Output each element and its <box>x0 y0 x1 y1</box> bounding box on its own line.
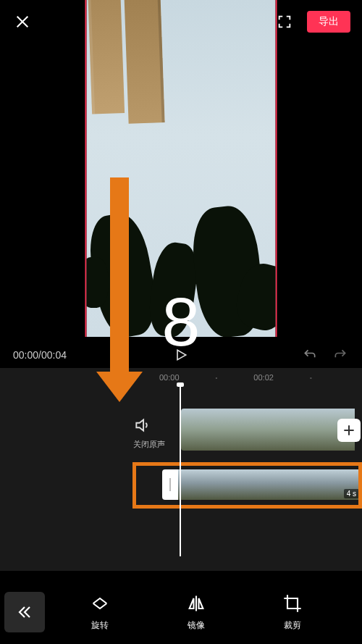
plus-icon <box>342 423 356 438</box>
undo-button[interactable] <box>301 348 319 362</box>
close-icon <box>14 14 30 30</box>
playhead[interactable] <box>180 384 181 556</box>
ruler-tick: 00:02 <box>253 373 274 382</box>
crop-icon <box>282 593 303 614</box>
close-button[interactable] <box>12 11 33 33</box>
ruler-dot: • <box>216 375 218 381</box>
fullscreen-icon <box>277 14 292 30</box>
preview-overlay-number: 8 <box>162 283 201 361</box>
rotate-tool[interactable]: 旋转 <box>90 593 110 632</box>
chevrons-left-icon <box>16 603 33 621</box>
crop-tool[interactable]: 裁剪 <box>282 593 303 632</box>
mirror-icon <box>186 593 206 614</box>
bottom-toolbar: 旋转 镜像 裁剪 <box>0 580 362 644</box>
mute-original-audio-button[interactable]: 关闭原声 <box>133 416 165 450</box>
ruler-tick: 00:00 <box>159 373 180 382</box>
top-header: 导出 <box>0 0 362 43</box>
ruler-dot: • <box>310 375 312 381</box>
mute-icon <box>133 416 152 435</box>
fullscreen-button[interactable] <box>275 12 294 31</box>
rotate-icon <box>90 593 110 614</box>
redo-icon <box>332 348 349 362</box>
current-time: 00:00 <box>13 349 38 361</box>
video-track-primary[interactable] <box>181 409 362 451</box>
video-clip-primary[interactable] <box>181 409 355 451</box>
mirror-label: 镜像 <box>188 619 205 632</box>
add-clip-button[interactable] <box>337 419 361 442</box>
rotate-label: 旋转 <box>91 619 109 632</box>
total-time: 00:04 <box>41 349 67 361</box>
annotation-highlight-box <box>132 462 362 509</box>
collapse-toolbar-button[interactable] <box>4 592 45 632</box>
annotation-arrow <box>110 177 129 373</box>
undo-icon <box>301 348 319 362</box>
mirror-tool[interactable]: 镜像 <box>186 593 206 632</box>
time-display: 00:00/00:04 <box>13 349 67 361</box>
crop-label: 裁剪 <box>284 619 301 632</box>
mute-label: 关闭原声 <box>133 439 165 450</box>
redo-button[interactable] <box>332 348 349 362</box>
timeline-area: 00:00 • 00:02 • 关闭原声 4 s <box>0 368 362 571</box>
export-button[interactable]: 导出 <box>307 11 350 33</box>
